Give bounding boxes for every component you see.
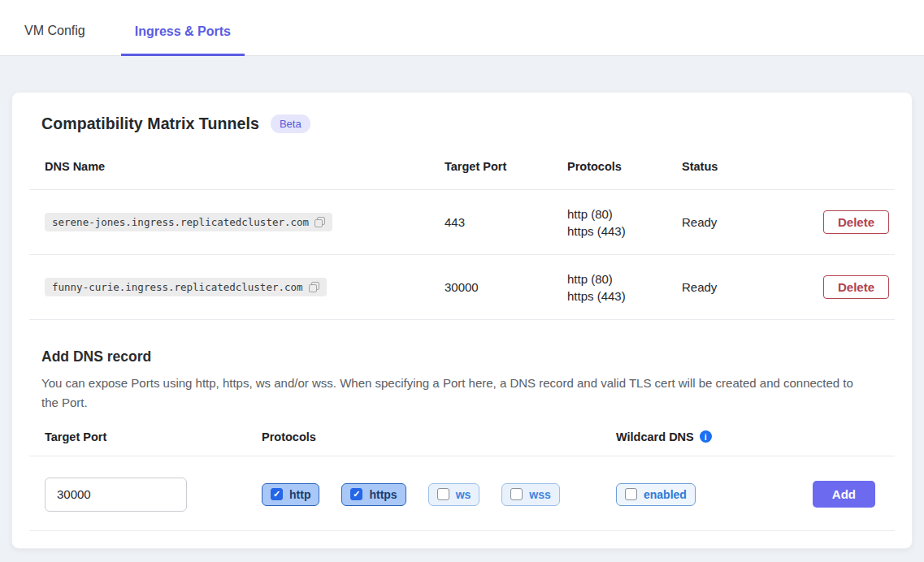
checkbox-wss[interactable]: wss [501, 483, 559, 506]
add-dns-record-description: You can expose Ports using http, https, … [41, 374, 862, 413]
protocol-checkbox-group: http https ws wss [262, 483, 616, 506]
tab-ingress-ports[interactable]: Ingress & Ports [121, 5, 245, 56]
target-port-value: 443 [445, 215, 567, 229]
target-port-input[interactable] [45, 478, 187, 512]
checkbox-wildcard-enabled[interactable]: enabled [616, 483, 696, 506]
card-title: Compatibility Matrix Tunnels [41, 115, 259, 133]
col-header-target-port: Target Port [445, 160, 567, 173]
status-value: Ready [682, 280, 823, 294]
col-header-dns-name: DNS Name [29, 160, 445, 173]
wildcard-checkbox-box[interactable] [625, 488, 637, 500]
copy-icon[interactable] [315, 217, 325, 227]
wss-checkbox-label: wss [529, 488, 550, 501]
protocols-cell: http (80) https (443) [567, 270, 682, 305]
dns-name-text: funny-curie.ingress.replicatedcluster.co… [52, 281, 303, 293]
copy-icon[interactable] [309, 282, 319, 292]
col-header-protocols: Protocols [567, 160, 682, 173]
col-header-status: Status [682, 160, 823, 173]
dns-name-pill: serene-jones.ingress.replicatedcluster.c… [45, 213, 332, 231]
checkbox-ws[interactable]: ws [428, 483, 480, 506]
tab-bar: VM Config Ingress & Ports [0, 0, 924, 56]
tab-vm-config[interactable]: VM Config [24, 4, 85, 55]
protocols-cell: http (80) https (443) [567, 205, 682, 240]
beta-badge: Beta [271, 115, 310, 133]
add-dns-form-row: http https ws wss enabled Add [29, 456, 895, 530]
form-header-row: Target Port Protocols Wildcard DNS i [29, 430, 895, 456]
table-header-row: DNS Name Target Port Protocols Status [29, 133, 895, 190]
ws-checkbox-label: ws [456, 488, 471, 501]
table-row: funny-curie.ingress.replicatedcluster.co… [29, 255, 895, 320]
form-header-protocols: Protocols [262, 430, 616, 443]
form-header-target-port: Target Port [29, 430, 262, 443]
target-port-value: 30000 [445, 280, 567, 294]
card-footer-divider [29, 530, 895, 548]
info-icon[interactable]: i [700, 430, 712, 443]
https-checkbox-box[interactable] [350, 488, 362, 500]
https-checkbox-label: https [369, 488, 397, 501]
add-button[interactable]: Add [813, 481, 875, 508]
wildcard-checkbox-label: enabled [644, 488, 687, 501]
tunnels-card: Compatibility Matrix Tunnels Beta DNS Na… [11, 92, 913, 549]
dns-name-pill: funny-curie.ingress.replicatedcluster.co… [45, 278, 327, 296]
http-checkbox-label: http [289, 488, 310, 501]
checkbox-https[interactable]: https [341, 483, 406, 506]
dns-name-text: serene-jones.ingress.replicatedcluster.c… [52, 216, 309, 228]
delete-button[interactable]: Delete [823, 210, 889, 234]
checkbox-http[interactable]: http [262, 483, 319, 506]
delete-button[interactable]: Delete [823, 275, 889, 299]
protocol-line: http (80) [567, 205, 682, 223]
card-title-row: Compatibility Matrix Tunnels Beta [29, 93, 895, 133]
protocol-line: https (443) [567, 223, 682, 240]
wildcard-dns-label: Wildcard DNS [616, 430, 694, 443]
http-checkbox-box[interactable] [271, 488, 283, 500]
protocol-line: https (443) [567, 287, 682, 305]
add-dns-record-title: Add DNS record [41, 348, 895, 365]
status-value: Ready [682, 215, 823, 229]
protocol-line: http (80) [567, 270, 682, 287]
table-row: serene-jones.ingress.replicatedcluster.c… [29, 190, 895, 255]
wss-checkbox-box[interactable] [510, 488, 523, 500]
form-header-wildcard-dns: Wildcard DNS i [616, 430, 811, 443]
ws-checkbox-box[interactable] [437, 488, 449, 500]
